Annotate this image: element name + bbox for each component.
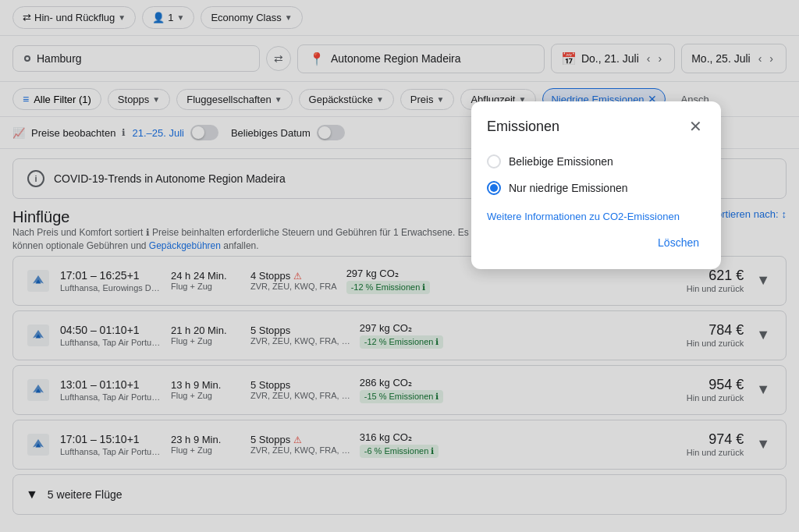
popup-title: Emissionen: [487, 119, 559, 135]
any-emissions-option[interactable]: Beliebige Emissionen: [487, 148, 705, 175]
popup-footer: Löschen: [487, 232, 705, 254]
low-emissions-option-label: Nur niedrige Emissionen: [509, 182, 628, 194]
delete-filter-button[interactable]: Löschen: [652, 232, 705, 254]
low-emissions-option[interactable]: Nur niedrige Emissionen: [487, 175, 705, 201]
popup-header: Emissionen ✕: [487, 117, 705, 136]
emissions-popup: Emissionen ✕ Beliebige Emissionen Nur ni…: [471, 101, 721, 269]
any-emissions-radio[interactable]: [487, 154, 501, 168]
popup-close-button[interactable]: ✕: [686, 117, 705, 136]
co2-info-link[interactable]: Weitere Informationen zu CO2-Emissionen: [487, 211, 705, 222]
any-emissions-label: Beliebige Emissionen: [509, 155, 613, 168]
low-emissions-radio[interactable]: [487, 181, 501, 195]
